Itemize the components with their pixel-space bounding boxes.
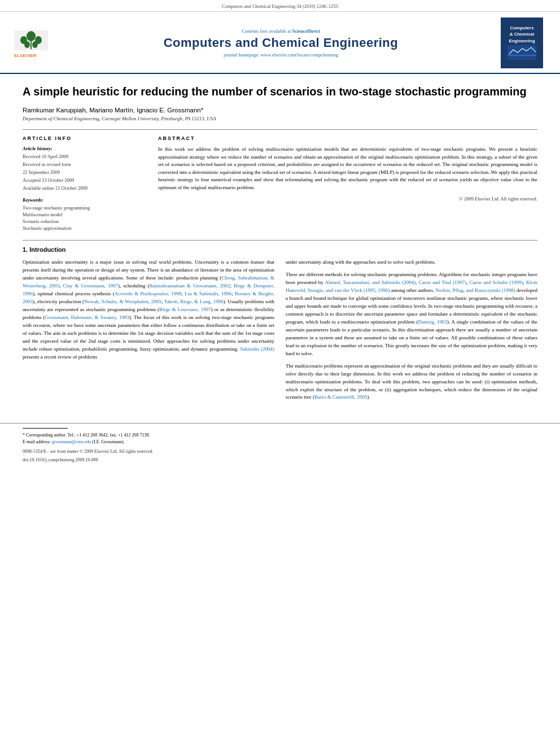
- cover-graphic-icon: [506, 44, 537, 61]
- ref-balasubramanian[interactable]: Balasubramanian & Grossmann, 2002: [149, 283, 230, 289]
- body-col-left: Optimization under uncertainty is a majo…: [23, 259, 274, 406]
- svg-text:ELSEVIER: ELSEVIER: [14, 53, 37, 58]
- ref-acevedo[interactable]: Acevedo & Pistikopoulos, 1998: [115, 291, 181, 296]
- elsevier-logo-area: ELSEVIER: [11, 28, 61, 59]
- homepage-prefix: journal homepage:: [224, 52, 261, 58]
- available-date: Available online 21 October 2009: [23, 185, 147, 192]
- journal-center: Contents lists available at ScienceDirec…: [61, 28, 501, 58]
- page: Computers and Chemical Engineering 34 (2…: [0, 0, 560, 747]
- elsevier-logo-icon: ELSEVIER: [11, 28, 51, 59]
- issn-line: 0098-1354/$ – see front matter © 2009 El…: [23, 449, 537, 454]
- keyword-3: Scenario reduction: [23, 219, 147, 224]
- abstract-text: In this work we address the problem of s…: [158, 146, 537, 191]
- ref-barro[interactable]: Barro & Canestrelli, 2005: [314, 394, 367, 400]
- svg-point-2: [27, 31, 36, 41]
- svg-point-6: [32, 41, 38, 48]
- intro-heading: 1. Introduction: [23, 246, 537, 253]
- info-abstract-section: ARTICLE INFO Article history: Received 1…: [23, 129, 537, 232]
- keyword-1: Two-stage stochastic programming: [23, 205, 147, 211]
- ref-takriti[interactable]: Takriti, Birge, & Long, 1996: [164, 299, 224, 304]
- email-suffix: (I.E. Grossmann).: [92, 439, 124, 444]
- email-label: E-mail address:: [23, 439, 51, 444]
- cover-title-line3: Engineering: [509, 38, 535, 44]
- ref-birge-louveaux[interactable]: Birge & Louveaux, 1997: [159, 307, 211, 312]
- ref-norkin[interactable]: Norkin, Pflug, and Ruszczynski (1998): [436, 287, 515, 293]
- ref-caroe-tind[interactable]: Caroe and Tind (1997): [419, 279, 467, 285]
- ref-ahmed[interactable]: Ahmed, Tawarmalani, and Sahinidis (2004): [325, 279, 415, 285]
- article-content: A simple heuristic for reducing the numb…: [0, 74, 560, 417]
- abstract-column: ABSTRACT In this work we address the pro…: [158, 136, 537, 232]
- svg-rect-8: [508, 45, 536, 60]
- article-info-column: ARTICLE INFO Article history: Received 1…: [23, 136, 147, 232]
- revised-date: 22 September 2009: [23, 169, 147, 176]
- abstract-label: ABSTRACT: [158, 136, 537, 141]
- journal-cover: Computers & Chemical Engineering: [501, 18, 543, 68]
- footnote-corresponding: * Corresponding author. Tel.: +1 412 268…: [23, 432, 537, 439]
- intro-para-1: Optimization under uncertainty is a majo…: [23, 259, 274, 361]
- article-info-label: ARTICLE INFO: [23, 136, 147, 141]
- doi-line: doi:10.1016/j.compchemeng.2009.10.009: [23, 457, 537, 462]
- intro-para-4: The multiscenario problems represent an …: [286, 362, 537, 402]
- body-two-columns: Optimization under uncertainty is a majo…: [23, 259, 537, 406]
- ref-liu[interactable]: Liu & Sahinidis, 1996: [185, 291, 231, 296]
- body-col-right: under uncertainty along with the approac…: [286, 259, 537, 406]
- ref-nowak[interactable]: Nowak, Schultz, & Westphalen, 2005: [84, 299, 161, 304]
- sciencedirect-link[interactable]: Contents lists available at ScienceDirec…: [61, 28, 501, 34]
- section-divider: [23, 240, 537, 241]
- sciencedirect-text[interactable]: ScienceDirect: [292, 28, 320, 34]
- keywords-label: Keywords:: [23, 197, 147, 203]
- top-bar: Computers and Chemical Engineering 34 (2…: [0, 0, 560, 12]
- keyword-2: Multiscenario model: [23, 212, 147, 217]
- contents-label: Contents lists available at: [242, 28, 292, 34]
- journal-homepage[interactable]: journal homepage: www.elsevier.com/locat…: [61, 52, 501, 58]
- cover-title-line2: & Chemical: [510, 31, 535, 37]
- affiliation: Department of Chemical Engineering, Carn…: [23, 116, 537, 121]
- author-names: Ramkumar Karuppiah, Mariano Martín, Igna…: [23, 107, 203, 113]
- footnote-divider: [23, 428, 68, 429]
- ref-dantzig[interactable]: Dantzig, 1963: [418, 319, 447, 325]
- footnote-email: E-mail address: grossmann@cmu.edu (I.E. …: [23, 439, 537, 445]
- ref-caroe-schultz[interactable]: Caroe and Schultz (1999): [470, 279, 523, 285]
- intro-para-2: under uncertainty along with the approac…: [286, 259, 537, 267]
- svg-point-5: [24, 41, 30, 48]
- journal-citation: Computers and Chemical Engineering 34 (2…: [222, 3, 338, 9]
- received-date: Received 10 April 2009: [23, 154, 147, 160]
- intro-para-3: There are different methods for solving …: [286, 271, 537, 357]
- email-address[interactable]: grossmann@cmu.edu: [52, 439, 91, 444]
- journal-title: Computers and Chemical Engineering: [61, 36, 501, 50]
- article-title: A simple heuristic for reducing the numb…: [23, 84, 537, 99]
- footnote-content: Corresponding author. Tel.: +1 412 268 3…: [26, 433, 150, 438]
- article-history-label: Article history:: [23, 146, 147, 151]
- ref-grossmann-halemane[interactable]: Grossmann, Halemane, & Swaney, 1983: [45, 314, 129, 320]
- journal-header: ELSEVIER Contents lists available at Sci…: [0, 12, 560, 74]
- page-footer: * Corresponding author. Tel.: +1 412 268…: [0, 423, 560, 468]
- cover-title-line1: Computers: [510, 25, 533, 31]
- accepted-date: Accepted 13 October 2009: [23, 177, 147, 184]
- authors: Ramkumar Karuppiah, Mariano Martín, Igna…: [23, 107, 537, 113]
- copyright-line: © 2009 Elsevier Ltd. All rights reserved…: [158, 196, 537, 202]
- ref-clay[interactable]: Clay & Grossmann, 1997: [63, 283, 119, 289]
- keyword-4: Stochastic approximation: [23, 225, 147, 231]
- homepage-url[interactable]: www.elsevier.com/locate/compchemeng: [261, 52, 338, 58]
- received-revised-label: Received in revised form: [23, 161, 147, 168]
- ref-sahinidis[interactable]: Sahinidis (2004): [240, 346, 274, 352]
